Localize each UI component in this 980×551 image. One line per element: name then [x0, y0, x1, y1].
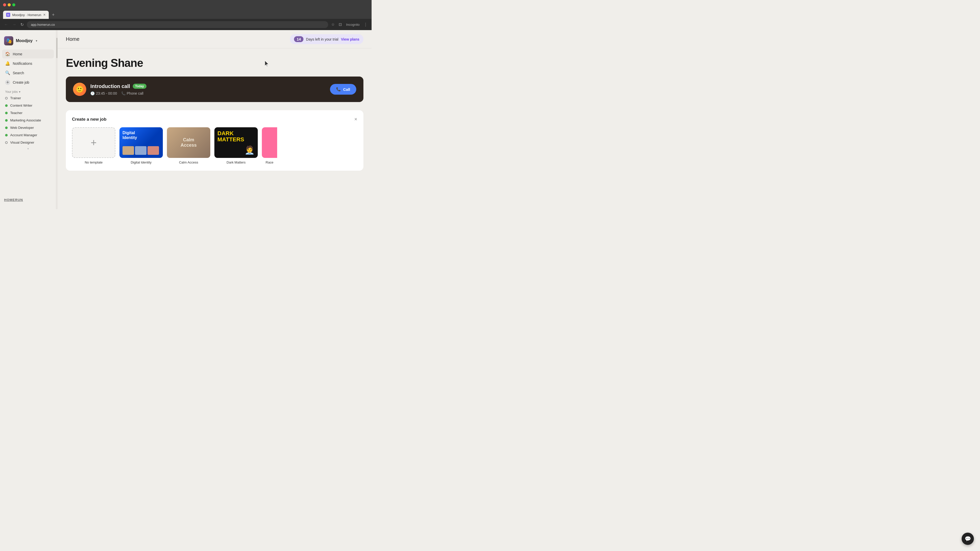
title-bar — [0, 0, 372, 10]
home-icon: 🏠 — [5, 52, 10, 56]
sidebar-item-home[interactable]: 🏠 Home — [2, 49, 54, 59]
template-card-dark-matters[interactable]: DarkMatters 🧑‍💼 Dark Matters — [215, 127, 258, 165]
sidebar-item-home-label: Home — [13, 52, 22, 56]
page-title: Home — [66, 36, 80, 42]
window-minimize-button[interactable] — [8, 3, 11, 6]
split-view-icon[interactable]: ⊡ — [338, 21, 343, 28]
main-content: Home 14 Days left in your trial View pla… — [58, 30, 372, 209]
intro-info: Introduction call Today 🕐 23:45 - 00:00 … — [90, 83, 326, 95]
today-badge: Today — [133, 84, 146, 89]
visual-designer-dot — [5, 141, 8, 144]
teacher-dot — [5, 112, 8, 114]
browser-chrome: M Moodjoy · Homerun ✕ + ← → ↻ ☆ ⊡ Incogn… — [0, 0, 372, 30]
template-card-calm-access[interactable]: CalmAccess Calm Access — [167, 127, 210, 165]
window-controls — [3, 3, 15, 6]
main-header: Home 14 Days left in your trial View pla… — [58, 30, 372, 48]
sidebar-item-create-job-label: Create job — [13, 80, 29, 84]
template-card-race[interactable]: Race — [262, 127, 277, 165]
greeting-heading: Evening Shane — [66, 57, 363, 69]
content-writer-dot — [5, 104, 8, 107]
sidebar-jobs-section[interactable]: Your jobs ▾ — [0, 87, 56, 95]
di-photos — [123, 146, 160, 155]
forward-button[interactable]: → — [11, 21, 18, 28]
window-maximize-button[interactable] — [12, 3, 15, 6]
incognito-label: Incognito — [345, 22, 361, 27]
template-thumb-no-template: + — [72, 127, 115, 158]
menu-icon[interactable]: ⋮ — [363, 21, 369, 28]
template-card-digital-identity[interactable]: DigitalIdentity Digital Identity — [119, 127, 163, 165]
di-title: DigitalIdentity — [123, 130, 160, 140]
sidebar-scroll-thumb[interactable] — [56, 38, 57, 58]
sidebar-jobs-list: Trainer Content Writer Teacher Marketing… — [0, 95, 56, 146]
refresh-button[interactable]: ↻ — [19, 21, 25, 28]
browser-actions: ☆ ⊡ Incognito ⋮ — [330, 21, 369, 28]
create-job-section: Create a new job × + No template — [66, 110, 363, 171]
tab-close-button[interactable]: ✕ — [43, 13, 46, 17]
web-developer-label: Web Developer — [10, 126, 34, 130]
browser-tab-active[interactable]: M Moodjoy · Homerun ✕ — [3, 11, 49, 19]
sidebar-job-web-developer[interactable]: Web Developer — [2, 124, 54, 131]
sidebar-job-visual-designer[interactable]: Visual Designer — [2, 139, 54, 146]
tab-favicon: M — [6, 13, 10, 17]
window-close-button[interactable] — [3, 3, 6, 6]
marketing-associate-label: Marketing Associate — [10, 118, 41, 122]
new-tab-button[interactable]: + — [50, 11, 57, 19]
trainer-label: Trainer — [10, 96, 21, 100]
sidebar: 🎭 Moodjoy ▾ 🏠 Home 🔔 Notifications 🔍 Sea… — [0, 30, 56, 209]
address-input[interactable] — [27, 21, 328, 28]
template-thumb-calm-access: CalmAccess — [167, 127, 210, 158]
sidebar-item-notifications-label: Notifications — [13, 62, 32, 65]
sidebar-nav: 🏠 Home 🔔 Notifications 🔍 Search + Create… — [0, 49, 56, 87]
intro-meta: 🕐 23:45 - 00:00 📞 Phone call — [90, 91, 326, 95]
app-layout: 🎭 Moodjoy ▾ 🏠 Home 🔔 Notifications 🔍 Sea… — [0, 30, 372, 209]
tab-bar: M Moodjoy · Homerun ✕ + — [0, 10, 372, 19]
template-label-dark-matters: Dark Matters — [227, 160, 245, 164]
sidebar-item-notifications[interactable]: 🔔 Notifications — [2, 59, 54, 68]
create-job-header: Create a new job × — [72, 116, 357, 122]
sidebar-scroll-track — [56, 30, 58, 209]
sidebar-item-create-job[interactable]: + Create job — [2, 78, 54, 87]
sidebar-job-teacher[interactable]: Teacher — [2, 110, 54, 116]
dm-title: DarkMatters — [218, 130, 244, 143]
ca-title: CalmAccess — [180, 137, 197, 148]
homerun-logo: HOMERUN — [4, 198, 23, 202]
sidebar-item-search-label: Search — [13, 71, 24, 75]
sidebar-jobs-chevron: ▾ — [19, 90, 21, 94]
dm-figure: 🧑‍💼 — [245, 145, 255, 155]
template-label-digital-identity: Digital Identity — [130, 160, 151, 164]
call-button-icon: 📞 — [336, 87, 341, 92]
phone-icon: 📞 — [121, 91, 126, 95]
sidebar-jobs-title: Your jobs — [5, 90, 18, 94]
templates-grid: + No template DigitalIdentity — [72, 127, 357, 165]
sidebar-job-trainer[interactable]: Trainer — [2, 95, 54, 102]
sidebar-item-search[interactable]: 🔍 Search — [2, 68, 54, 77]
sidebar-brand[interactable]: 🎭 Moodjoy ▾ — [0, 34, 56, 49]
sidebar-job-content-writer[interactable]: Content Writer — [2, 102, 54, 109]
create-job-title: Create a new job — [72, 117, 107, 122]
back-button[interactable]: ← — [3, 21, 9, 28]
notifications-icon: 🔔 — [5, 61, 10, 66]
sidebar-footer: HOMERUN — [0, 194, 56, 205]
intro-avatar: 🙂 — [73, 83, 86, 96]
view-plans-link[interactable]: View plans — [341, 37, 360, 41]
call-button[interactable]: 📞 Call — [330, 84, 356, 95]
intro-call-type: 📞 Phone call — [121, 91, 143, 95]
bookmark-icon[interactable]: ☆ — [330, 21, 336, 28]
brand-name-label: Moodjoy — [16, 38, 33, 43]
marketing-associate-dot — [5, 119, 8, 122]
teacher-label: Teacher — [10, 111, 22, 115]
create-job-close-button[interactable]: × — [354, 116, 357, 122]
no-template-plus-icon: + — [91, 137, 97, 148]
intro-title-row: Introduction call Today — [90, 83, 326, 89]
template-thumb-digital-identity: DigitalIdentity — [119, 127, 163, 158]
sidebar-job-marketing-associate[interactable]: Marketing Associate — [2, 117, 54, 124]
brand-logo: 🎭 — [4, 36, 13, 45]
web-developer-dot — [5, 127, 8, 129]
sidebar-job-account-manager[interactable]: Account Manager — [2, 132, 54, 138]
account-manager-dot — [5, 134, 8, 137]
template-card-no-template[interactable]: + No template — [72, 127, 115, 165]
tab-label: Moodjoy · Homerun — [12, 13, 41, 17]
brand-chevron-icon: ▾ — [36, 39, 37, 43]
clock-icon: 🕐 — [90, 91, 95, 95]
intro-call-card: 🙂 Introduction call Today 🕐 23:45 - 00:0… — [66, 76, 363, 102]
